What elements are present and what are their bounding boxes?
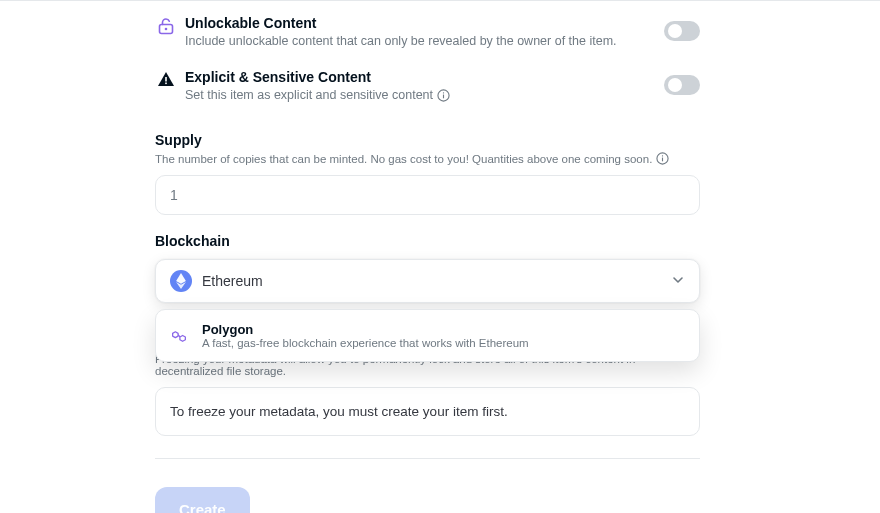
unlock-icon <box>155 15 177 35</box>
svg-rect-8 <box>662 158 663 162</box>
svg-point-1 <box>165 28 168 31</box>
divider <box>155 458 700 459</box>
polygon-icon <box>168 326 190 348</box>
blockchain-dropdown: Polygon A fast, gas-free blockchain expe… <box>155 309 700 362</box>
warning-icon <box>155 69 177 87</box>
info-icon[interactable] <box>437 89 450 102</box>
chevron-down-icon <box>671 273 685 290</box>
blockchain-label: Blockchain <box>155 233 700 249</box>
unlockable-desc: Include unlockable content that can only… <box>185 33 700 51</box>
supply-hint: The number of copies that can be minted.… <box>155 153 652 165</box>
blockchain-selected: Ethereum <box>202 273 263 289</box>
svg-rect-6 <box>443 92 444 93</box>
option-polygon-desc: A fast, gas-free blockchain experience t… <box>202 337 529 349</box>
supply-label: Supply <box>155 132 700 148</box>
freeze-notice: To freeze your metadata, you must create… <box>155 387 700 436</box>
unlockable-row: Unlockable Content Include unlockable co… <box>155 15 700 69</box>
svg-rect-3 <box>165 82 167 84</box>
create-button[interactable]: Create <box>155 487 250 513</box>
svg-rect-9 <box>662 155 663 156</box>
svg-rect-2 <box>165 77 167 82</box>
explicit-desc: Set this item as explicit and sensitive … <box>185 87 433 105</box>
explicit-title: Explicit & Sensitive Content <box>185 69 700 85</box>
explicit-toggle[interactable] <box>664 75 700 95</box>
option-polygon-title: Polygon <box>202 322 529 337</box>
svg-rect-5 <box>443 94 444 98</box>
unlockable-title: Unlockable Content <box>185 15 700 31</box>
supply-section: Supply The number of copies that can be … <box>155 132 700 215</box>
info-icon[interactable] <box>656 152 669 165</box>
unlockable-toggle[interactable] <box>664 21 700 41</box>
blockchain-section: Blockchain Ethereum <box>155 233 700 436</box>
supply-input[interactable] <box>155 175 700 215</box>
ethereum-icon <box>170 270 192 292</box>
blockchain-option-polygon[interactable]: Polygon A fast, gas-free blockchain expe… <box>166 318 689 353</box>
explicit-row: Explicit & Sensitive Content Set this it… <box>155 69 700 123</box>
blockchain-select[interactable]: Ethereum <box>155 259 700 303</box>
